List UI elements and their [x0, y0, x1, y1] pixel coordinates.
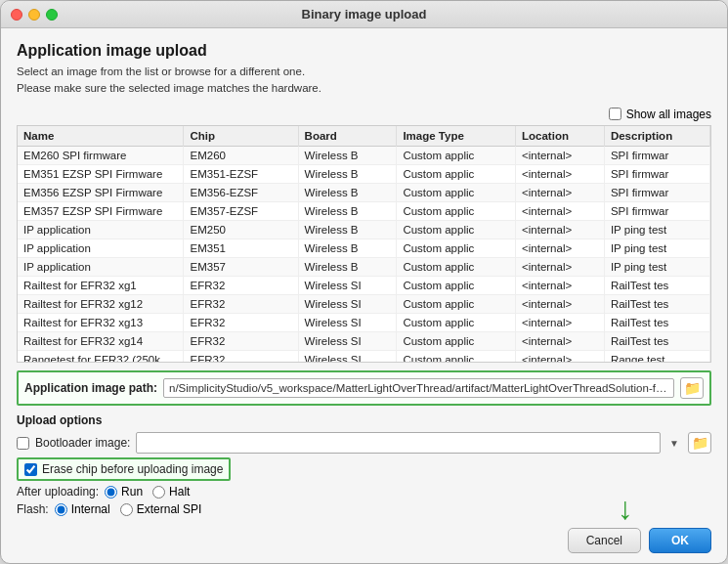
ok-button[interactable]: OK — [649, 528, 711, 553]
table-row[interactable]: IP applicationEM250Wireless BCustom appl… — [18, 220, 710, 239]
subtitle-line2: Please make sure the selected image matc… — [17, 82, 321, 94]
bootloader-browse-button[interactable]: 📁 — [688, 432, 711, 454]
down-arrow-icon: ↓ — [618, 493, 633, 524]
bootloader-label: Bootloader image: — [35, 436, 130, 450]
col-board: Board — [298, 126, 397, 147]
table-cell: Custom applic — [397, 201, 516, 220]
subtitle-line1: Select an image from the list or browse … — [17, 65, 305, 77]
table-row[interactable]: Rangetest for EFR32 (250k 2GFSK)EFR32Wir… — [18, 350, 710, 363]
col-name: Name — [18, 126, 184, 147]
table-cell: <internal> — [516, 276, 605, 294]
table-cell: Wireless SI — [298, 331, 397, 350]
table-row[interactable]: IP applicationEM351Wireless BCustom appl… — [18, 239, 710, 257]
table-row[interactable]: Railtest for EFR32 xg1EFR32Wireless SICu… — [18, 276, 710, 294]
cancel-button[interactable]: Cancel — [568, 528, 641, 553]
table-cell: Custom applic — [397, 257, 516, 276]
subtitle: Select an image from the list or browse … — [17, 64, 711, 98]
table-cell: Wireless B — [298, 239, 397, 257]
bootloader-dropdown-arrow[interactable]: ▼ — [666, 438, 682, 449]
table-cell: <internal> — [516, 257, 605, 276]
table-cell: EM351 EZSP SPI Firmware — [18, 164, 184, 183]
table-cell: SPI firmwar — [604, 146, 709, 164]
table-row[interactable]: Railtest for EFR32 xg14EFR32Wireless SIC… — [18, 331, 710, 350]
bootloader-folder-icon: 📁 — [692, 435, 708, 451]
table-row[interactable]: EM351 EZSP SPI FirmwareEM351-EZSFWireles… — [18, 164, 710, 183]
table-cell: <internal> — [516, 294, 605, 313]
table-cell: IP ping test — [604, 239, 709, 257]
table-cell: Custom applic — [397, 239, 516, 257]
bottom-row: ↓ Cancel OK — [17, 528, 711, 553]
table-cell: <internal> — [516, 331, 605, 350]
table-cell: Custom applic — [397, 313, 516, 331]
run-radio[interactable] — [105, 486, 117, 499]
table-cell: <internal> — [516, 313, 605, 331]
table-cell: SPI firmwar — [604, 183, 709, 201]
bootloader-row: Bootloader image: ▼ 📁 — [17, 432, 711, 454]
upload-options-title: Upload options — [17, 413, 711, 427]
table-cell: Custom applic — [397, 350, 516, 363]
table-cell: Railtest for EFR32 xg13 — [18, 313, 184, 331]
erase-label: Erase chip before uploading image — [42, 462, 223, 476]
minimize-button[interactable] — [28, 9, 40, 21]
table-cell: EM356-EZSF — [184, 183, 298, 201]
table-cell: RailTest tes — [604, 313, 709, 331]
table-row[interactable]: Railtest for EFR32 xg12EFR32Wireless SIC… — [18, 294, 710, 313]
internal-radio[interactable] — [55, 503, 67, 516]
external-spi-radio[interactable] — [120, 503, 133, 516]
table-cell: Custom applic — [397, 183, 516, 201]
table-cell: <internal> — [516, 220, 605, 239]
table-cell: Custom applic — [397, 331, 516, 350]
show-all-checkbox[interactable] — [609, 108, 621, 120]
table-cell: Range test — [604, 350, 709, 363]
table-body: EM260 SPI firmwareEM260Wireless BCustom … — [18, 146, 710, 363]
table-cell: Custom applic — [397, 146, 516, 164]
table-cell: RailTest tes — [604, 294, 709, 313]
table-cell: IP ping test — [604, 257, 709, 276]
image-list: Name Chip Board Image Type Location Desc… — [18, 126, 710, 364]
col-description: Description — [604, 126, 709, 147]
flash-label: Flash: — [17, 502, 49, 516]
maximize-button[interactable] — [46, 9, 58, 21]
table-cell: <internal> — [516, 239, 605, 257]
erase-checkbox[interactable] — [24, 463, 37, 476]
run-label: Run — [121, 485, 143, 499]
window: Binary image upload Application image up… — [0, 0, 728, 564]
table-cell: EM250 — [184, 220, 298, 239]
table-cell: Wireless B — [298, 201, 397, 220]
path-browse-button[interactable]: 📁 — [680, 377, 704, 399]
bootloader-checkbox[interactable] — [17, 437, 29, 450]
table-cell: Wireless B — [298, 146, 397, 164]
external-spi-option: External SPI — [120, 502, 202, 516]
external-spi-label: External SPI — [137, 502, 202, 516]
halt-option: Halt — [152, 485, 190, 499]
bootloader-input[interactable] — [136, 432, 661, 454]
erase-row: Erase chip before uploading image — [17, 457, 231, 481]
halt-radio[interactable] — [152, 486, 165, 499]
main-content: Application image upload Select an image… — [1, 28, 727, 563]
path-label: Application image path: — [24, 381, 157, 395]
table-cell: EM356 EZSP SPI Firmware — [18, 183, 184, 201]
table-row[interactable]: Railtest for EFR32 xg13EFR32Wireless SIC… — [18, 313, 710, 331]
table-cell: Wireless SI — [298, 350, 397, 363]
table-cell: EM357-EZSF — [184, 201, 298, 220]
table-row[interactable]: EM356 EZSP SPI FirmwareEM356-EZSFWireles… — [18, 183, 710, 201]
table-header-row: Name Chip Board Image Type Location Desc… — [18, 126, 710, 147]
path-row: Application image path: 📁 — [17, 370, 711, 406]
table-cell: <internal> — [516, 350, 605, 363]
halt-label: Halt — [169, 485, 190, 499]
path-input[interactable] — [163, 378, 674, 398]
table-row[interactable]: EM357 EZSP SPI FirmwareEM357-EZSFWireles… — [18, 201, 710, 220]
table-cell: EFR32 — [184, 331, 298, 350]
upload-options: Upload options Bootloader image: ▼ 📁 Era… — [17, 413, 711, 520]
table-cell: Wireless SI — [298, 294, 397, 313]
internal-label: Internal — [71, 502, 110, 516]
table-row[interactable]: EM260 SPI firmwareEM260Wireless BCustom … — [18, 146, 710, 164]
close-button[interactable] — [11, 9, 22, 21]
table-cell: Railtest for EFR32 xg14 — [18, 331, 184, 350]
table-cell: Wireless SI — [298, 276, 397, 294]
image-table: Name Chip Board Image Type Location Desc… — [17, 125, 711, 364]
table-cell: Wireless B — [298, 220, 397, 239]
flash-radio-group: Internal External SPI — [55, 502, 202, 516]
table-cell: Custom applic — [397, 220, 516, 239]
table-row[interactable]: IP applicationEM357Wireless BCustom appl… — [18, 257, 710, 276]
